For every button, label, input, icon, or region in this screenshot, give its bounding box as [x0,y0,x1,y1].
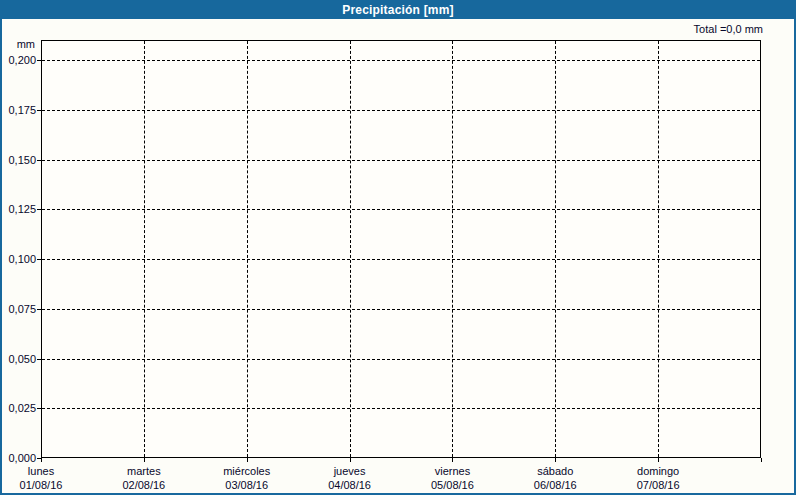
y-axis-tick-label: 0,125 [0,203,36,215]
chart-window: Precipitación [mm] Total =0,0 mm mm 0,20… [0,0,800,500]
horizontal-gridline [42,60,760,61]
vertical-gridline [452,41,453,457]
x-axis-tick [452,458,453,462]
y-axis-tick [37,160,41,161]
y-axis-tick [37,60,41,61]
y-axis-tick-label: 0,000 [0,452,36,464]
x-axis-day-label: domingo07/08/16 [608,464,708,492]
y-axis-tick [37,259,41,260]
day-date: 01/08/16 [0,478,91,492]
x-axis-day-label: viernes05/08/16 [402,464,502,492]
horizontal-gridline [42,259,760,260]
x-axis-day-label: martes02/08/16 [94,464,194,492]
plot-area[interactable] [41,40,761,458]
vertical-gridline [144,41,145,457]
y-axis-tick-label: 0,025 [0,402,36,414]
chart-titlebar: Precipitación [mm] [2,2,794,19]
y-axis-tick-label: 0,100 [0,253,36,265]
horizontal-gridline [42,160,760,161]
horizontal-gridline [42,309,760,310]
y-axis-tick-label: 0,050 [0,353,36,365]
x-axis-tick [350,458,351,462]
y-axis-tick-label: 0,150 [0,154,36,166]
x-axis-tick [555,458,556,462]
x-axis-tick [144,458,145,462]
x-axis-day-label: miércoles03/08/16 [197,464,297,492]
horizontal-gridline [42,209,760,210]
x-axis-day-label: sábado06/08/16 [505,464,605,492]
day-date: 03/08/16 [197,478,297,492]
vertical-gridline [555,41,556,457]
day-date: 04/08/16 [300,478,400,492]
horizontal-gridline [42,359,760,360]
vertical-gridline [247,41,248,457]
day-name: sábado [505,464,605,478]
x-axis-tick [41,458,42,462]
x-axis-tick [761,458,762,462]
day-name: viernes [402,464,502,478]
y-axis-tick [37,110,41,111]
horizontal-gridline [42,408,760,409]
y-axis-tick [37,209,41,210]
day-date: 02/08/16 [94,478,194,492]
y-axis-unit-label: mm [0,38,35,50]
day-date: 07/08/16 [608,478,708,492]
day-date: 05/08/16 [402,478,502,492]
day-name: domingo [608,464,708,478]
day-name: jueves [300,464,400,478]
day-name: miércoles [197,464,297,478]
x-axis-day-label: jueves04/08/16 [300,464,400,492]
day-name: lunes [0,464,91,478]
day-date: 06/08/16 [505,478,605,492]
x-axis-tick [247,458,248,462]
y-axis-tick [37,309,41,310]
y-axis-tick-label: 0,200 [0,54,36,66]
day-name: martes [94,464,194,478]
chart-title: Precipitación [mm] [342,3,454,17]
horizontal-gridline [42,110,760,111]
y-axis-tick [37,359,41,360]
y-axis-tick [37,408,41,409]
vertical-gridline [658,41,659,457]
y-axis-tick-label: 0,075 [0,303,36,315]
x-axis-day-label: lunes01/08/16 [0,464,91,492]
total-annotation: Total =0,0 mm [694,23,763,35]
vertical-gridline [350,41,351,457]
x-axis-tick [658,458,659,462]
y-axis-tick-label: 0,175 [0,104,36,116]
